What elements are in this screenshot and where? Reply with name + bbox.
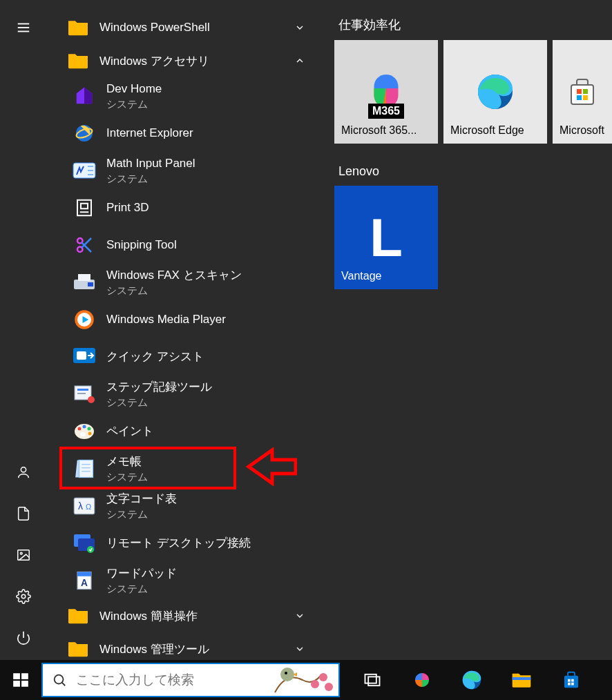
folder-label: Windows PowerShell	[99, 21, 285, 35]
folder-windows-ease[interactable]: Windows 簡単操作	[47, 599, 323, 632]
app-item-steps[interactable]: ステップ記録ツールシステム	[47, 376, 323, 413]
svg-rect-52	[577, 89, 582, 94]
chevron-down-icon	[294, 643, 305, 654]
app-item-fax[interactable]: Windows FAX とスキャンシステム	[47, 264, 323, 301]
wmp-icon	[72, 307, 97, 332]
svg-line-61	[62, 683, 66, 686]
app-item-charmap[interactable]: λΩ文字コード表システム	[47, 487, 323, 525]
svg-rect-53	[583, 89, 588, 94]
app-item-title: リモート デスクトップ接続	[106, 536, 251, 552]
svg-point-3	[21, 467, 26, 472]
folder-icon	[66, 18, 90, 37]
app-item-quickassist[interactable]: クイック アシスト	[47, 338, 323, 376]
svg-rect-67	[365, 674, 376, 683]
svg-text:λ: λ	[78, 500, 83, 512]
folder-windows-admin[interactable]: Windows 管理ツール	[47, 632, 323, 660]
svg-point-35	[80, 432, 86, 436]
hamburger-icon[interactable]	[15, 19, 32, 36]
svg-point-29	[88, 396, 95, 403]
app-item-print3d[interactable]: Print 3D	[47, 189, 323, 226]
notepad-icon	[72, 456, 97, 481]
search-box[interactable]	[41, 663, 340, 697]
svg-rect-37	[79, 460, 93, 478]
power-icon[interactable]	[15, 630, 32, 646]
svg-rect-73	[571, 679, 574, 682]
svg-point-63	[285, 672, 287, 674]
app-item-title: Print 3D	[106, 200, 149, 216]
apps-list: Windows PowerShell Windows アクセサリ Dev Hom…	[47, 0, 323, 660]
svg-rect-55	[583, 95, 588, 100]
search-decoration-icon	[272, 665, 334, 695]
app-item-title: ステップ記録ツール	[106, 380, 212, 396]
paint-icon	[72, 419, 97, 444]
pictures-icon[interactable]	[15, 547, 32, 563]
svg-rect-11	[77, 200, 91, 216]
taskbar-icons	[361, 668, 583, 692]
svg-point-62	[280, 668, 294, 681]
folder-windows-accessories[interactable]: Windows アクセサリ	[47, 44, 323, 77]
store-taskbar-icon[interactable]	[560, 668, 583, 692]
svg-rect-12	[81, 204, 88, 209]
wordpad-icon: A	[72, 568, 97, 593]
tile-microsoft-store[interactable]: Microsoft	[553, 40, 612, 144]
svg-rect-19	[78, 274, 90, 281]
chevron-down-icon	[294, 610, 305, 621]
tile-lenovo-vantage[interactable]: L Vantage	[334, 186, 438, 289]
tile-microsoft-365[interactable]: M365 Microsoft 365...	[334, 40, 438, 144]
edge-icon	[475, 71, 516, 113]
app-item-ie[interactable]: Internet Explorer	[47, 115, 323, 152]
svg-rect-58	[13, 681, 20, 687]
app-item-rdp[interactable]: リモート デスクトップ接続	[47, 525, 323, 562]
tile-label: Microsoft 365...	[341, 124, 431, 137]
app-item-wordpad[interactable]: Aワードパッドシステム	[47, 562, 323, 599]
app-item-title: クイック アシスト	[106, 349, 204, 365]
folder-label: Windows アクセサリ	[99, 53, 285, 69]
app-item-snip[interactable]: Snipping Tool	[47, 226, 323, 264]
copilot-icon[interactable]	[410, 668, 434, 692]
task-view-icon[interactable]	[361, 668, 384, 692]
app-item-paint[interactable]: ペイント	[47, 413, 323, 450]
app-item-title: ワードパッド	[106, 566, 177, 582]
search-icon	[43, 672, 76, 688]
app-item-math[interactable]: Math Input Panelシステム	[47, 152, 323, 189]
svg-text:Ω: Ω	[86, 503, 91, 511]
windows-icon	[12, 671, 30, 689]
explorer-taskbar-icon[interactable]	[510, 668, 533, 692]
account-icon[interactable]	[15, 464, 32, 480]
app-item-devhome[interactable]: Dev Homeシステム	[47, 77, 323, 115]
svg-rect-51	[571, 85, 593, 104]
svg-point-34	[88, 432, 92, 436]
svg-point-33	[88, 427, 91, 431]
svg-rect-68	[368, 677, 379, 686]
chevron-up-icon	[294, 55, 305, 66]
math-icon	[72, 158, 97, 183]
svg-rect-28	[77, 393, 86, 394]
app-item-title: Dev Home	[106, 81, 162, 97]
svg-point-66	[325, 683, 333, 691]
app-item-subtitle: システム	[106, 396, 212, 409]
tile-row: M365 Microsoft 365... Microsoft Edge	[334, 40, 612, 144]
app-item-subtitle: システム	[106, 470, 148, 484]
svg-rect-72	[568, 679, 571, 682]
settings-icon[interactable]	[15, 588, 32, 605]
app-item-wmp[interactable]: Windows Media Player	[47, 301, 323, 338]
taskbar	[0, 660, 612, 700]
svg-rect-27	[77, 389, 88, 391]
tile-microsoft-edge[interactable]: Microsoft Edge	[443, 40, 547, 144]
app-item-notepad[interactable]: メモ帳システム	[47, 450, 323, 487]
tile-group-title[interactable]: Lenovo	[338, 164, 612, 179]
folder-label: Windows 簡単操作	[99, 608, 285, 624]
folder-windows-powershell[interactable]: Windows PowerShell	[47, 11, 323, 44]
app-item-subtitle: システム	[106, 172, 195, 186]
app-item-title: メモ帳	[106, 454, 148, 470]
chevron-down-icon	[294, 22, 305, 33]
edge-taskbar-icon[interactable]	[460, 668, 484, 692]
svg-point-64	[311, 680, 319, 688]
svg-rect-41	[74, 498, 95, 514]
quickassist-icon	[72, 344, 97, 369]
svg-rect-74	[568, 683, 571, 686]
start-button[interactable]	[0, 660, 41, 700]
documents-icon[interactable]	[15, 505, 32, 522]
folder-icon	[66, 606, 90, 625]
tile-group-title[interactable]: 仕事効率化	[338, 17, 612, 33]
